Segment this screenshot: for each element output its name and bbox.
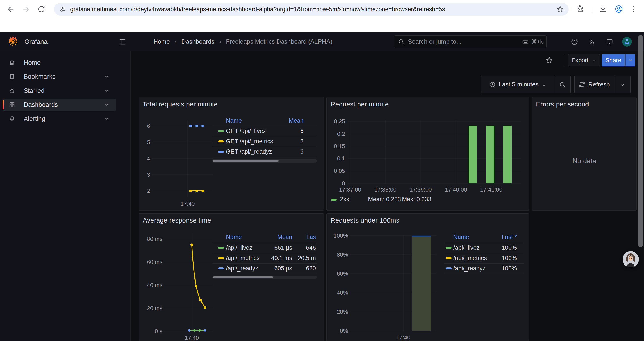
grafana-header: Grafana Home›Dashboards›Freeleaps Metric… [0,33,644,51]
legend-header-name[interactable]: Name [226,117,242,124]
news-rss-icon[interactable] [588,38,596,46]
y-axis-tick-label: 20 ms [147,305,162,311]
sidebar-item-alerting[interactable]: Alerting [3,113,116,125]
sidebar-toggle-icon[interactable] [119,38,126,46]
time-range-picker[interactable]: Last 5 minutes [481,76,554,93]
legend-value-mean: 6 [300,148,304,155]
chevron-down-icon[interactable] [104,116,110,122]
legend-series-name[interactable]: GET /api/_metrics [226,138,273,145]
sidebar-item-label: Dashboards [24,101,58,108]
legend-divider [212,136,317,137]
legend-series-swatch [446,257,452,259]
y-axis-tick-label: 0.25 [334,118,345,125]
search-icon [398,38,404,45]
legend-divider [212,126,317,126]
chevron-down-icon[interactable] [104,74,110,80]
export-button[interactable]: Export [568,54,600,67]
panel-total-requests-per-minute[interactable]: Total requests per minute 6543217:40Name… [138,97,324,211]
x-axis-tick-label: 17:38:00 [374,186,396,193]
legend-header-last[interactable]: Las [306,234,316,240]
panel-errors-per-second[interactable]: Errors per second No data [532,97,636,211]
y-axis-tick-label: 60% [337,270,348,277]
time-range-label: Last 5 minutes [499,81,538,88]
sidebar-item-home[interactable]: Home [3,56,116,69]
page-scrollbar[interactable] [638,35,643,247]
panel-request-per-minute[interactable]: Request per minute 2xx Mean: 0.233 Max: … [326,97,529,211]
zoom-out-button[interactable] [554,76,570,93]
chart-request-per-minute[interactable] [326,97,529,210]
legend-series-name[interactable]: /api/_readyz [453,265,486,272]
legend-value-mean: 6 [300,128,304,135]
legend-series-name[interactable]: GET /api/_livez [226,128,266,135]
legend-scrollbar-thumb[interactable] [213,160,278,162]
share-menu-button[interactable] [625,54,635,67]
back-icon[interactable] [6,5,15,14]
legend-value-mean: 605 µs [274,265,292,272]
legend-header-last[interactable]: Last * [502,234,517,240]
reload-icon[interactable] [37,5,46,14]
breadcrumb-separator: › [175,38,177,45]
legend-series-name[interactable]: /api/_livez [226,244,252,251]
panel-requests-under-100ms[interactable]: Requests under 100ms 100%80%60%40%20%0%1… [326,213,529,341]
x-axis-tick-label: 17:40 [180,200,195,207]
chevron-down-icon [542,82,546,87]
y-axis-tick-label: 0.15 [334,143,345,150]
site-settings-icon[interactable] [59,6,66,13]
downloads-icon[interactable] [599,5,607,13]
legend-header-name[interactable]: Name [226,234,242,240]
legend-series-name[interactable]: /api/_metrics [453,255,487,261]
legend-scrollbar-thumb[interactable] [213,276,273,278]
bookmark-icon [9,73,15,80]
search-input[interactable] [408,38,522,46]
floating-assistant-avatar[interactable] [622,251,639,267]
legend-series-swatch [446,247,452,249]
breadcrumb-item-1[interactable]: Dashboards [181,38,214,45]
chart-requests-under-100ms[interactable] [326,213,529,341]
legend-divider [212,253,317,253]
bookmark-page-star-icon[interactable] [556,5,564,13]
browser-menu-icon[interactable] [630,5,638,14]
legend-series-name[interactable]: /api/_readyz [226,265,258,272]
favorite-dashboard-star-icon[interactable] [545,56,553,64]
sidebar-item-label: Home [24,59,40,66]
legend-value-mean: 40.1 ms [271,255,292,261]
y-axis-tick-label: 40% [337,289,348,296]
y-axis-tick-label: 2 [147,188,150,194]
y-axis-tick-label: 3 [147,171,150,178]
extensions-icon[interactable] [576,5,584,13]
zoom-out-icon [559,81,566,88]
grid-icon [9,101,15,108]
help-icon[interactable] [571,38,578,46]
refresh-controls: Refresh [574,76,631,93]
panel-title[interactable]: Errors per second [536,101,589,108]
breadcrumb-item-0[interactable]: Home [154,38,170,45]
legend-series-name[interactable]: GET /api/_readyz [226,148,272,155]
legend-header-mean[interactable]: Mean [277,234,292,240]
refresh-interval-button[interactable] [614,76,630,93]
panel-average-response-time[interactable]: Average response time 80 ms60 ms40 ms20 … [138,213,324,341]
sidebar-item-starred[interactable]: Starred [3,85,116,97]
legend-value-mean: 2 [300,138,304,145]
grafana-logo[interactable] [6,35,19,48]
breadcrumb-item-2[interactable]: Freeleaps Metrics Dashboard (ALPHA) [226,38,332,45]
share-button[interactable]: Share [602,54,625,67]
url-bar[interactable]: grafana.mathmast.com/d/deytv4rwavabkb/fr… [54,3,568,16]
legend-divider [212,147,317,147]
y-axis-tick-label: 100% [334,232,348,239]
y-axis-tick-label: 6 [147,123,150,129]
legend-header-mean[interactable]: Mean [289,117,304,124]
forward-icon[interactable] [22,5,30,14]
legend-series-name[interactable]: /api/_metrics [226,255,260,261]
sidebar-item-dashboards[interactable]: Dashboards [3,99,116,111]
kiosk-monitor-icon[interactable] [606,38,613,46]
legend-series-name[interactable]: /api/_livez [453,244,480,251]
legend-header-name[interactable]: Name [453,234,469,240]
user-avatar[interactable] [622,37,632,47]
legend-value-last: 100% [502,255,517,261]
refresh-button[interactable]: Refresh [574,76,614,93]
chevron-down-icon[interactable] [104,88,110,94]
search-box[interactable]: ⌘+k [394,35,547,48]
sidebar-item-bookmarks[interactable]: Bookmarks [3,71,116,83]
chevron-down-icon[interactable] [104,102,110,108]
profile-avatar-icon[interactable] [615,5,623,13]
